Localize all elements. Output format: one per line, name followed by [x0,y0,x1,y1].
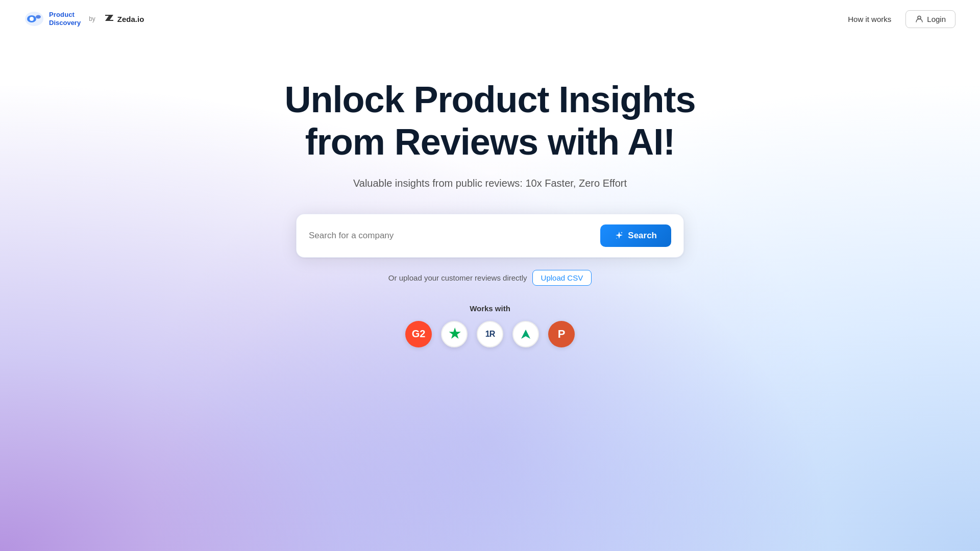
zeda-logo: Zeda.io [104,12,144,26]
zeda-icon [104,12,115,26]
works-with-label: Works with [470,304,510,313]
platform-icons: G2 ★ 1R P [405,321,575,347]
svg-point-3 [36,15,41,19]
how-it-works-link[interactable]: How it works [848,15,891,23]
upload-text: Or upload your customer reviews directly [388,273,527,282]
search-container: Search [296,214,684,258]
main-content: Unlock Product Insights from Reviews wit… [0,38,980,347]
search-button-label: Search [628,231,657,241]
hero-subtitle: Valuable insights from public reviews: 1… [353,178,627,189]
upload-area: Or upload your customer reviews directly… [388,270,592,286]
search-input[interactable] [309,231,594,241]
user-icon [915,15,923,23]
logo-discovery-label: Discovery [49,19,81,27]
capterra-icon[interactable]: ★ [441,321,468,347]
logo-text: Product Discovery [49,11,81,27]
login-button[interactable]: Login [905,10,955,28]
logo-area: Product Discovery by Zeda.io [24,9,144,29]
getapp-svg [519,328,532,341]
hero-title: Unlock Product Insights from Reviews wit… [260,79,720,163]
zeda-name: Zeda.io [117,15,144,23]
works-with-section: Works with G2 ★ 1R P [405,304,575,347]
sparkle-icon [615,231,624,240]
svg-point-2 [30,17,34,21]
logo-product-label: Product [49,11,81,19]
g2-icon[interactable]: G2 [405,321,432,347]
search-button[interactable]: Search [600,224,671,247]
logo-by-label: by [89,15,95,22]
login-label: Login [927,15,946,23]
main-nav: How it works Login [848,10,955,28]
trustradius-icon[interactable]: 1R [477,321,503,347]
product-discovery-icon [24,9,44,29]
svg-point-5 [621,232,622,233]
header: Product Discovery by Zeda.io How it work… [0,0,980,38]
upload-csv-button[interactable]: Upload CSV [532,270,592,286]
getapp-icon[interactable] [512,321,539,347]
producthunt-icon[interactable]: P [548,321,575,347]
svg-point-6 [616,238,617,239]
